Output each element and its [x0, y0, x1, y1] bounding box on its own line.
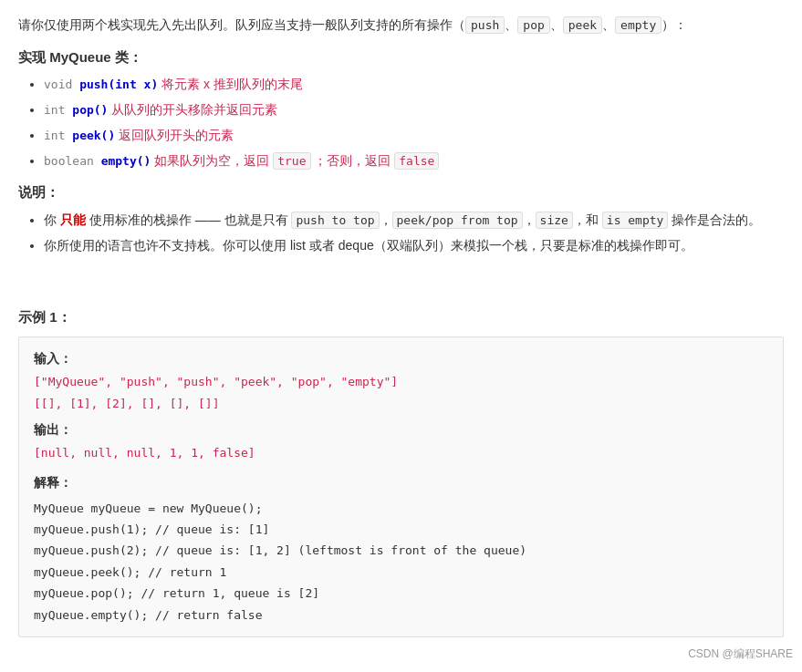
explain-code-block: MyQueue myQueue = new MyQueue(); myQueue… [34, 498, 768, 625]
note-item-1: 你所使用的语言也许不支持栈。你可以使用 list 或者 deque（双端队列）来… [44, 235, 784, 257]
methods-list: void push(int x) 将元素 x 推到队列的末尾 int pop()… [18, 74, 784, 171]
code-is-empty: is empty [602, 212, 669, 229]
example-section: 示例 1： 输入： ["MyQueue", "push", "push", "p… [18, 305, 784, 637]
notes-list: 你 只能 使用标准的栈操作 —— 也就是只有 push to top，peek/… [18, 210, 784, 257]
method-name-2: peek() [72, 129, 115, 142]
explain-line-5: myQueue.empty(); // return false [34, 605, 768, 625]
explain-line-0: MyQueue myQueue = new MyQueue(); [34, 498, 768, 519]
method-type-2: int [44, 129, 72, 142]
method-name-3: empty() [101, 154, 151, 168]
list-item-peek: int peek() 返回队列开头的元素 [44, 125, 784, 147]
code-peek-pop: peek/pop from top [392, 212, 523, 229]
code-size: size [536, 212, 573, 229]
method-desc-1: 从队列的开头移除并返回元素 [111, 102, 277, 117]
intro-text-after: ）： [661, 17, 687, 32]
example-title: 示例 1： [18, 305, 784, 329]
explain-line-2: myQueue.push(2); // queue is: [1, 2] (le… [34, 540, 768, 561]
method-type-1: int [44, 103, 72, 117]
method-type-0: void [44, 78, 79, 91]
code-pop: pop [517, 16, 549, 34]
method-desc-2: 返回队列开头的元素 [119, 128, 234, 142]
method-name-0: push(int x) [79, 78, 158, 91]
notes-section: 说明： 你 只能 使用标准的栈操作 —— 也就是只有 push to top，p… [18, 181, 784, 256]
note-item-0: 你 只能 使用标准的栈操作 —— 也就是只有 push to top，peek/… [44, 210, 784, 232]
intro-paragraph: 请你仅使用两个栈实现先入先出队列。队列应当支持一般队列支持的所有操作（push、… [18, 15, 784, 36]
input-line2: [[], [1], [2], [], [], []] [34, 394, 768, 414]
list-item-pop: int pop() 从队列的开头移除并返回元素 [44, 99, 784, 121]
watermark: CSDN @编程SHARE [688, 645, 793, 661]
input-line1: ["MyQueue", "push", "push", "peek", "pop… [34, 372, 768, 392]
explain-line-4: myQueue.pop(); // return 1, queue is [2] [34, 583, 768, 604]
intro-text-before: 请你仅使用两个栈实现先入先出队列。队列应当支持一般队列支持的所有操作（ [18, 17, 465, 32]
emphasis-only: 只能 [60, 212, 86, 227]
output-label: 输出： [34, 419, 768, 441]
explain-label: 解释： [34, 472, 768, 494]
explain-section: 解释： MyQueue myQueue = new MyQueue(); myQ… [34, 472, 768, 625]
list-item-push: void push(int x) 将元素 x 推到队列的末尾 [44, 74, 784, 96]
explain-line-1: myQueue.push(1); // queue is: [1] [34, 519, 768, 540]
example-box: 输入： ["MyQueue", "push", "push", "peek", … [18, 336, 784, 637]
input-label: 输入： [34, 348, 768, 370]
method-desc-0: 将元素 x 推到队列的末尾 [161, 77, 303, 91]
explain-line-3: myQueue.peek(); // return 1 [34, 562, 768, 583]
method-desc-3: 如果队列为空，返回 true ；否则，返回 false [154, 153, 439, 168]
list-item-empty: boolean empty() 如果队列为空，返回 true ；否则，返回 fa… [44, 150, 784, 172]
notes-label: 说明： [18, 181, 784, 204]
code-push-top: push to top [291, 212, 379, 229]
implement-section: 实现 MyQueue 类： void push(int x) 将元素 x 推到队… [18, 46, 784, 172]
output-line: [null, null, null, 1, 1, false] [34, 443, 768, 463]
method-name-1: pop() [72, 103, 108, 117]
implement-label: 实现 MyQueue 类： [18, 46, 784, 69]
code-empty: empty [615, 16, 661, 34]
code-peek: peek [563, 16, 602, 34]
code-push: push [465, 16, 505, 34]
method-type-3: boolean [44, 154, 101, 168]
